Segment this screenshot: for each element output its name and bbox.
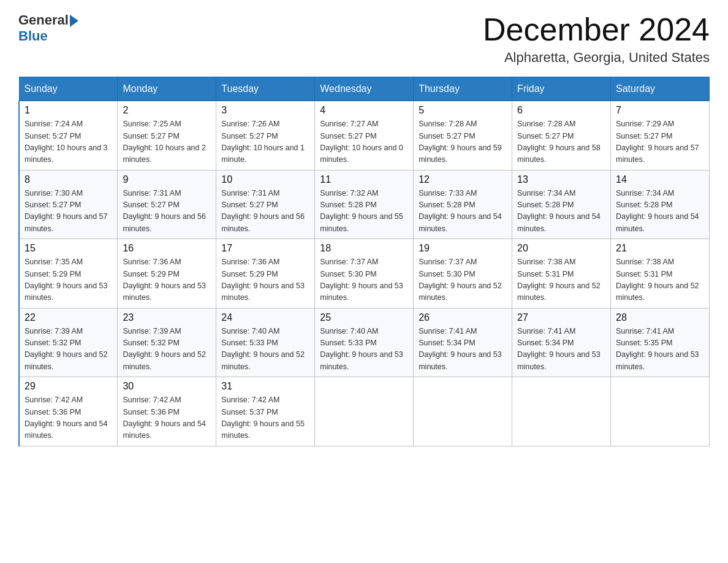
day-number: 25: [320, 312, 408, 323]
day-cell: [611, 377, 710, 446]
day-info: Sunrise: 7:30 AMSunset: 5:27 PMDaylight:…: [25, 188, 112, 236]
day-cell: 3Sunrise: 7:26 AMSunset: 5:27 PMDaylight…: [216, 101, 315, 170]
day-info: Sunrise: 7:24 AMSunset: 5:27 PMDaylight:…: [25, 118, 112, 166]
day-cell: 29Sunrise: 7:42 AMSunset: 5:36 PMDayligh…: [19, 377, 118, 446]
logo-blue: Blue: [18, 28, 48, 44]
day-cell: 15Sunrise: 7:35 AMSunset: 5:29 PMDayligh…: [19, 239, 118, 308]
day-number: 20: [517, 243, 605, 254]
day-number: 21: [616, 243, 704, 254]
day-info: Sunrise: 7:34 AMSunset: 5:28 PMDaylight:…: [517, 188, 605, 236]
col-header-tuesday: Tuesday: [216, 77, 315, 101]
day-number: 30: [123, 381, 211, 392]
day-cell: 6Sunrise: 7:28 AMSunset: 5:27 PMDaylight…: [512, 101, 611, 170]
day-info: Sunrise: 7:27 AMSunset: 5:27 PMDaylight:…: [320, 118, 408, 166]
day-cell: 17Sunrise: 7:36 AMSunset: 5:29 PMDayligh…: [216, 239, 315, 308]
day-info: Sunrise: 7:42 AMSunset: 5:37 PMDaylight:…: [221, 394, 309, 442]
day-cell: 25Sunrise: 7:40 AMSunset: 5:33 PMDayligh…: [315, 308, 414, 377]
day-cell: 28Sunrise: 7:41 AMSunset: 5:35 PMDayligh…: [611, 308, 710, 377]
day-cell: 11Sunrise: 7:32 AMSunset: 5:28 PMDayligh…: [315, 170, 414, 239]
calendar-subtitle: Alpharetta, Georgia, United States: [483, 50, 710, 66]
day-cell: 4Sunrise: 7:27 AMSunset: 5:27 PMDaylight…: [315, 101, 414, 170]
day-number: 4: [320, 105, 408, 116]
day-number: 17: [221, 243, 309, 254]
day-cell: 12Sunrise: 7:33 AMSunset: 5:28 PMDayligh…: [414, 170, 512, 239]
day-number: 9: [123, 174, 211, 185]
day-cell: 8Sunrise: 7:30 AMSunset: 5:27 PMDaylight…: [19, 170, 118, 239]
day-cell: 27Sunrise: 7:41 AMSunset: 5:34 PMDayligh…: [512, 308, 611, 377]
day-number: 18: [320, 243, 408, 254]
day-cell: 10Sunrise: 7:31 AMSunset: 5:27 PMDayligh…: [216, 170, 315, 239]
day-cell: 21Sunrise: 7:38 AMSunset: 5:31 PMDayligh…: [611, 239, 710, 308]
day-number: 14: [616, 174, 704, 185]
col-header-saturday: Saturday: [611, 77, 710, 101]
day-info: Sunrise: 7:26 AMSunset: 5:27 PMDaylight:…: [221, 118, 309, 166]
day-cell: [315, 377, 414, 446]
day-cell: 7Sunrise: 7:29 AMSunset: 5:27 PMDaylight…: [611, 101, 710, 170]
day-info: Sunrise: 7:37 AMSunset: 5:30 PMDaylight:…: [419, 256, 507, 304]
day-info: Sunrise: 7:36 AMSunset: 5:29 PMDaylight:…: [221, 256, 309, 304]
day-cell: 23Sunrise: 7:39 AMSunset: 5:32 PMDayligh…: [118, 308, 216, 377]
day-info: Sunrise: 7:32 AMSunset: 5:28 PMDaylight:…: [320, 188, 408, 236]
day-number: 27: [517, 312, 605, 323]
day-info: Sunrise: 7:31 AMSunset: 5:27 PMDaylight:…: [221, 188, 309, 236]
week-row-3: 15Sunrise: 7:35 AMSunset: 5:29 PMDayligh…: [19, 239, 710, 308]
day-number: 3: [221, 105, 309, 116]
day-number: 13: [517, 174, 605, 185]
day-cell: 16Sunrise: 7:36 AMSunset: 5:29 PMDayligh…: [118, 239, 216, 308]
day-info: Sunrise: 7:40 AMSunset: 5:33 PMDaylight:…: [221, 326, 309, 373]
col-header-sunday: Sunday: [19, 77, 118, 101]
week-row-4: 22Sunrise: 7:39 AMSunset: 5:32 PMDayligh…: [19, 308, 710, 377]
day-info: Sunrise: 7:42 AMSunset: 5:36 PMDaylight:…: [25, 394, 112, 442]
day-info: Sunrise: 7:28 AMSunset: 5:27 PMDaylight:…: [517, 118, 605, 166]
day-info: Sunrise: 7:39 AMSunset: 5:32 PMDaylight:…: [25, 326, 112, 373]
day-info: Sunrise: 7:37 AMSunset: 5:30 PMDaylight:…: [320, 256, 408, 304]
day-info: Sunrise: 7:38 AMSunset: 5:31 PMDaylight:…: [616, 256, 704, 304]
day-info: Sunrise: 7:28 AMSunset: 5:27 PMDaylight:…: [419, 118, 507, 166]
day-info: Sunrise: 7:25 AMSunset: 5:27 PMDaylight:…: [123, 118, 211, 166]
day-info: Sunrise: 7:34 AMSunset: 5:28 PMDaylight:…: [616, 188, 704, 236]
day-number: 7: [616, 105, 704, 116]
week-row-5: 29Sunrise: 7:42 AMSunset: 5:36 PMDayligh…: [19, 377, 710, 446]
day-number: 22: [25, 312, 112, 323]
day-cell: 13Sunrise: 7:34 AMSunset: 5:28 PMDayligh…: [512, 170, 611, 239]
day-info: Sunrise: 7:41 AMSunset: 5:35 PMDaylight:…: [616, 326, 704, 373]
logo-general: General: [18, 12, 69, 28]
day-number: 5: [419, 105, 507, 116]
day-cell: 30Sunrise: 7:42 AMSunset: 5:36 PMDayligh…: [118, 377, 216, 446]
page-header: General Blue December 2024 Alpharetta, G…: [18, 12, 710, 66]
day-info: Sunrise: 7:29 AMSunset: 5:27 PMDaylight:…: [616, 118, 704, 166]
title-block: December 2024 Alpharetta, Georgia, Unite…: [483, 12, 710, 66]
day-info: Sunrise: 7:41 AMSunset: 5:34 PMDaylight:…: [419, 326, 507, 373]
day-info: Sunrise: 7:31 AMSunset: 5:27 PMDaylight:…: [123, 188, 211, 236]
day-number: 15: [25, 243, 112, 254]
day-number: 8: [25, 174, 112, 185]
col-header-monday: Monday: [118, 77, 216, 101]
day-cell: 2Sunrise: 7:25 AMSunset: 5:27 PMDaylight…: [118, 101, 216, 170]
col-header-wednesday: Wednesday: [315, 77, 414, 101]
day-info: Sunrise: 7:38 AMSunset: 5:31 PMDaylight:…: [517, 256, 605, 304]
calendar-table: SundayMondayTuesdayWednesdayThursdayFrid…: [18, 77, 710, 446]
day-number: 26: [419, 312, 507, 323]
day-cell: 31Sunrise: 7:42 AMSunset: 5:37 PMDayligh…: [216, 377, 315, 446]
col-header-thursday: Thursday: [414, 77, 512, 101]
day-number: 11: [320, 174, 408, 185]
day-cell: 18Sunrise: 7:37 AMSunset: 5:30 PMDayligh…: [315, 239, 414, 308]
day-cell: 20Sunrise: 7:38 AMSunset: 5:31 PMDayligh…: [512, 239, 611, 308]
day-number: 2: [123, 105, 211, 116]
day-info: Sunrise: 7:36 AMSunset: 5:29 PMDaylight:…: [123, 256, 211, 304]
day-info: Sunrise: 7:33 AMSunset: 5:28 PMDaylight:…: [419, 188, 507, 236]
day-number: 31: [221, 381, 309, 392]
day-number: 29: [25, 381, 112, 392]
calendar-title: December 2024: [483, 12, 710, 47]
logo-arrow-icon: [70, 15, 78, 27]
day-cell: 5Sunrise: 7:28 AMSunset: 5:27 PMDaylight…: [414, 101, 512, 170]
day-number: 23: [123, 312, 211, 323]
day-number: 10: [221, 174, 309, 185]
day-cell: 19Sunrise: 7:37 AMSunset: 5:30 PMDayligh…: [414, 239, 512, 308]
day-cell: 22Sunrise: 7:39 AMSunset: 5:32 PMDayligh…: [19, 308, 118, 377]
day-info: Sunrise: 7:41 AMSunset: 5:34 PMDaylight:…: [517, 326, 605, 373]
day-cell: 9Sunrise: 7:31 AMSunset: 5:27 PMDaylight…: [118, 170, 216, 239]
day-cell: 24Sunrise: 7:40 AMSunset: 5:33 PMDayligh…: [216, 308, 315, 377]
day-number: 1: [25, 105, 112, 116]
week-row-1: 1Sunrise: 7:24 AMSunset: 5:27 PMDaylight…: [19, 101, 710, 170]
